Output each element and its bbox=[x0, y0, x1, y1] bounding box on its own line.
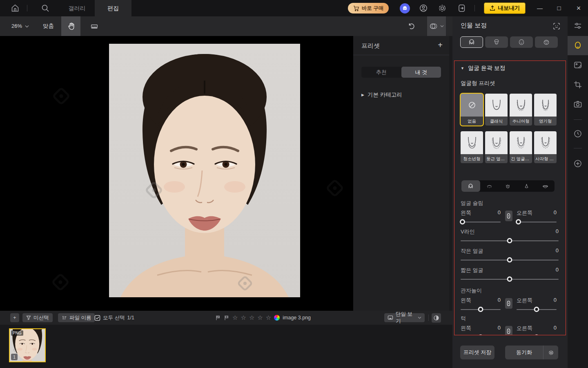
sort-by-button[interactable]: 파일 이름 bbox=[58, 313, 95, 322]
sync-button[interactable]: 동기화 bbox=[505, 346, 543, 359]
filter-selection-button[interactable]: 미선택 bbox=[22, 313, 53, 322]
hand-tool-button[interactable] bbox=[61, 16, 80, 36]
sync-settings-button[interactable] bbox=[543, 346, 558, 359]
search-icon[interactable] bbox=[41, 4, 50, 13]
feature-tab-nose[interactable] bbox=[517, 180, 536, 192]
link-toggle[interactable] bbox=[505, 326, 512, 335]
buy-now-button[interactable]: 바로 구매 bbox=[348, 3, 389, 13]
discord-icon[interactable] bbox=[400, 3, 410, 13]
preset-long-face[interactable]: 긴 얼굴에 ... bbox=[510, 131, 532, 163]
preset-younggi[interactable]: 영기형 bbox=[534, 94, 557, 126]
account-icon[interactable] bbox=[419, 4, 428, 13]
filters-icon[interactable] bbox=[573, 61, 582, 70]
face-slim-left-slider[interactable] bbox=[461, 222, 501, 222]
ruler-tool-button[interactable] bbox=[85, 16, 104, 36]
feature-tab-lips[interactable] bbox=[536, 180, 555, 192]
thumbnail-image-3[interactable]: PNG 1 bbox=[9, 328, 46, 362]
temples-right-slider[interactable] bbox=[517, 309, 557, 310]
feature-tab-eye[interactable] bbox=[499, 180, 517, 192]
overlap-circles-icon bbox=[429, 22, 438, 30]
chevron-down-icon bbox=[440, 25, 444, 27]
face-scan-icon[interactable] bbox=[553, 22, 560, 30]
settings-gear-icon[interactable] bbox=[438, 4, 447, 13]
close-button[interactable]: × bbox=[572, 0, 585, 16]
flag-reject-icon[interactable] bbox=[224, 315, 229, 321]
link-toggle[interactable] bbox=[505, 211, 512, 221]
tab-edit[interactable]: 편집 bbox=[95, 0, 131, 16]
preset-square-face[interactable]: 사각형 얼... bbox=[534, 131, 557, 163]
select-all-control[interactable]: 모두 선택 1/1 bbox=[94, 313, 134, 322]
link-toggle[interactable] bbox=[505, 298, 512, 309]
add-tool-icon[interactable] bbox=[573, 159, 582, 168]
v-line-value: 0 bbox=[556, 228, 559, 236]
zoom-level-dropdown[interactable]: 26% bbox=[11, 16, 29, 36]
star-rating-1[interactable]: ☆ bbox=[232, 314, 238, 321]
panel-divider bbox=[449, 36, 452, 311]
feature-tab-face[interactable] bbox=[461, 180, 480, 192]
male-face-icon bbox=[493, 38, 500, 46]
save-preset-button[interactable]: 프리셋 저장 bbox=[460, 346, 494, 359]
selection-count: 1/1 bbox=[127, 315, 134, 321]
face-contour-section: ▼ 얼굴 윤곽 보정 얼굴형 프리셋 없음 클래식 주니어형 bbox=[454, 61, 566, 335]
add-preset-button[interactable]: + bbox=[438, 36, 443, 55]
maximize-button[interactable]: □ bbox=[553, 0, 565, 16]
small-face-slider[interactable] bbox=[461, 260, 559, 260]
divider bbox=[428, 314, 429, 321]
camera-icon[interactable] bbox=[573, 100, 582, 109]
preset-classic[interactable]: 클래식 bbox=[485, 94, 508, 126]
panel-title: 인물 보정 bbox=[461, 22, 487, 29]
crop-icon[interactable] bbox=[573, 80, 582, 89]
title-bar: 갤러리 편집 바로 구매 내보내기 — □ × bbox=[0, 0, 588, 16]
split-compare-button[interactable] bbox=[432, 313, 441, 323]
image-canvas[interactable] bbox=[0, 36, 353, 311]
lips-icon bbox=[542, 183, 549, 190]
tab-recommended[interactable]: 추천 bbox=[361, 67, 401, 78]
history-icon[interactable] bbox=[573, 129, 582, 138]
divider bbox=[27, 5, 27, 11]
logout-icon[interactable] bbox=[457, 4, 466, 13]
compare-view-button[interactable] bbox=[427, 16, 446, 36]
tab-child-face[interactable] bbox=[510, 36, 533, 48]
home-icon[interactable] bbox=[11, 4, 20, 13]
temples-left-slider[interactable] bbox=[461, 309, 501, 310]
presets-panel: 프리셋 + 추천 내 것 ▶ 기본 카테고리 bbox=[353, 36, 449, 311]
chin-label: 턱 bbox=[461, 315, 559, 322]
sync-button-group: 동기화 bbox=[505, 346, 558, 359]
preset-none[interactable]: 없음 bbox=[461, 94, 483, 126]
view-mode-dropdown[interactable]: 단일 보기 bbox=[384, 313, 425, 322]
circle-slash-icon bbox=[468, 101, 476, 109]
fit-button[interactable]: 맞춤 bbox=[43, 16, 54, 36]
basic-category-toggle[interactable]: ▶ 기본 카테고리 bbox=[361, 91, 402, 99]
short-face-slider[interactable] bbox=[461, 279, 559, 280]
star-rating-5[interactable]: ☆ bbox=[266, 314, 271, 321]
star-rating-3[interactable]: ☆ bbox=[249, 314, 254, 321]
preset-junior[interactable]: 주니어형 bbox=[510, 94, 532, 126]
sort-icon bbox=[62, 315, 67, 321]
tab-female-face[interactable] bbox=[460, 36, 483, 48]
star-rating-4[interactable]: ☆ bbox=[257, 314, 263, 321]
tab-group-face[interactable] bbox=[535, 36, 558, 48]
left-value: 0 bbox=[498, 209, 501, 218]
add-image-button[interactable]: + bbox=[10, 313, 19, 322]
female-face-icon bbox=[468, 38, 475, 46]
portrait-retouch-icon[interactable] bbox=[573, 41, 582, 50]
image-meta-controls: ☆ ☆ ☆ ☆ ☆ image 3.png bbox=[215, 313, 311, 322]
export-button[interactable]: 내보내기 bbox=[484, 2, 526, 14]
flag-pick-icon[interactable] bbox=[215, 315, 221, 321]
preset-round-face[interactable]: 둥근 얼굴... bbox=[485, 131, 508, 163]
edit-toolbar: 26% 맞춤 bbox=[0, 16, 452, 36]
preset-teen[interactable]: 청소년형 bbox=[461, 131, 483, 163]
feature-tab-brow[interactable] bbox=[480, 180, 499, 192]
tab-my-presets[interactable]: 내 것 bbox=[401, 67, 441, 78]
adjustments-icon[interactable] bbox=[573, 21, 582, 30]
face-slim-right-slider[interactable] bbox=[517, 222, 557, 222]
section-collapse-header[interactable]: ▼ 얼굴 윤곽 보정 bbox=[461, 64, 559, 72]
divider bbox=[474, 5, 475, 11]
v-line-slider[interactable] bbox=[461, 240, 559, 241]
star-rating-2[interactable]: ☆ bbox=[241, 314, 246, 321]
color-label-icon[interactable] bbox=[274, 315, 280, 321]
tab-male-face[interactable] bbox=[485, 36, 508, 48]
minimize-button[interactable]: — bbox=[534, 0, 546, 16]
tab-gallery[interactable]: 갤러리 bbox=[59, 0, 95, 16]
undo-button[interactable] bbox=[406, 16, 417, 36]
